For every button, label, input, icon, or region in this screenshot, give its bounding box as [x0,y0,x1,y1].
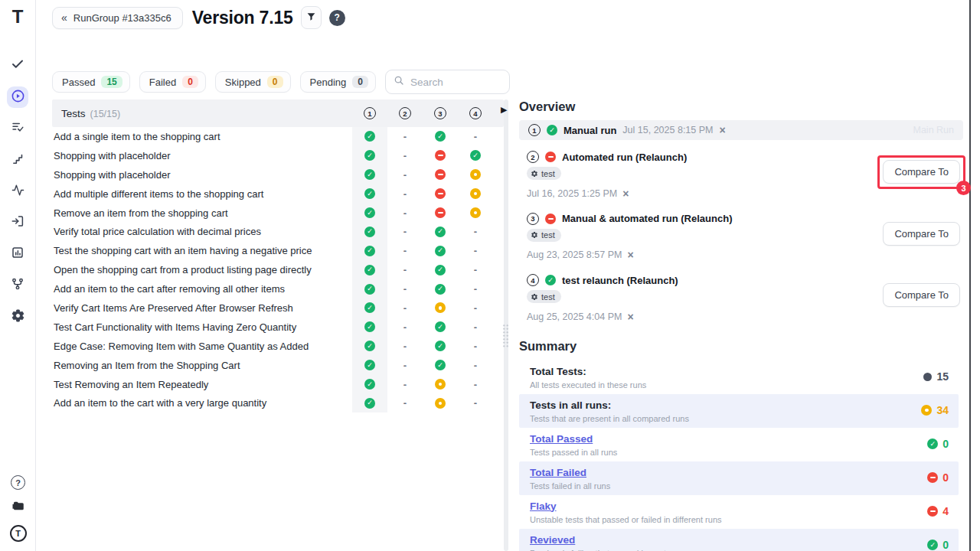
test-row[interactable]: Shopping with placeholder - [52,165,504,184]
remove-run-icon[interactable]: × [627,311,633,322]
filter-button[interactable] [301,6,322,29]
test-row[interactable]: Edge Case: Removing Item with Same Quant… [52,337,504,356]
no-result-dash: - [403,283,407,295]
no-result-dash: - [403,245,407,256]
sidebar-item-check[interactable] [7,55,28,77]
tests-panel: Tests (15/15) 1234 Add a single item to … [52,99,504,412]
funnel-icon [306,11,316,24]
run-item: 4 test relaunch (Relaunch) × test Aug 25… [519,274,963,322]
run-tag: test [527,290,561,303]
run-column-header[interactable]: 2 [387,107,423,119]
scrollbar-edge[interactable] [969,0,971,551]
summary-link[interactable]: Flaky [530,500,557,512]
test-row[interactable]: Verify total price calculation with deci… [52,222,504,241]
remove-run-icon[interactable]: × [719,125,725,135]
compare-to-button[interactable]: Compare To [883,283,960,307]
status-passed-icon [435,360,446,370]
no-result-dash: - [403,397,407,409]
status-failed-icon [435,188,446,199]
test-row[interactable]: Test Removing an Item Repeatedly - - [52,375,504,394]
analytics-icon [11,246,24,262]
test-row[interactable]: Verify Cart Items Are Preserved After Br… [52,298,504,318]
run-column-header[interactable]: 3 [423,107,458,119]
test-row[interactable]: Add a single item to the shopping cart -… [52,127,504,146]
app-logo[interactable]: T [12,8,24,26]
status-cell [352,375,387,394]
folder-icon[interactable] [11,499,25,516]
divider-grip-handle[interactable] [502,324,509,348]
test-row[interactable]: Add multiple different items to the shop… [52,184,504,204]
help-button[interactable]: ? [329,10,345,26]
sidebar-item-pulse[interactable] [7,181,28,202]
no-result-dash: - [403,188,407,200]
summary-link[interactable]: Total Passed [530,433,593,445]
sidebar-item-test-list[interactable] [7,118,28,139]
help-circle-icon[interactable]: ? [11,475,25,490]
summary-value-number: 0 [942,539,949,551]
run-column-header[interactable]: 4 [458,107,493,119]
test-name: Add a single item to the shopping cart [52,131,352,142]
test-row[interactable]: Open the shopping cart from a product li… [52,260,504,279]
status-cell [423,298,458,318]
summary-link[interactable]: Revieved [530,534,575,546]
filter-pill-passed[interactable]: Passed 15 [52,71,130,93]
no-result-dash: - [474,341,477,352]
test-name: Add an item to the cart after removing a… [52,283,352,295]
status-cell [352,146,387,165]
no-result-dash: - [403,379,407,390]
sidebar-item-branches[interactable] [7,275,28,296]
run-column-header[interactable]: 1 [352,107,387,119]
test-row[interactable]: Test Cart Functionality with Items Havin… [52,318,504,337]
status-cell [352,260,387,279]
search-icon [394,75,404,89]
sidebar-item-import[interactable] [7,212,28,233]
steps-icon [11,152,24,168]
status-passed-icon [364,131,375,142]
compare-to-button[interactable]: Compare To [883,160,960,184]
status-passed-icon [364,207,375,218]
status-cell [423,375,458,394]
run-date: Aug 25, 2025 4:04 PM [527,311,622,322]
search-input[interactable] [410,77,502,88]
compare-wrap: Compare To [883,222,960,246]
test-name: Test the shopping cart with an item havi… [52,245,352,256]
filter-pill-pending[interactable]: Pending 0 [300,71,376,93]
run-tag-label: test [541,230,555,240]
status-cell: - [387,241,423,260]
sidebar-item-analytics[interactable] [7,243,28,265]
run-status-passed-icon [547,125,557,135]
no-result-dash: - [474,321,477,333]
status-passed-icon [435,131,446,142]
run-item: 2 Automated run (Relaunch) × test Jul 16… [519,151,963,199]
test-row[interactable]: Shopping with placeholder - [52,146,504,165]
compare-to-button[interactable]: Compare To [883,222,960,246]
remove-run-icon[interactable]: × [622,188,629,199]
filter-pill-skipped[interactable]: Skipped 0 [215,71,291,93]
no-result-dash: - [403,321,407,333]
summary-link[interactable]: Total Failed [530,467,586,478]
sidebar-item-settings[interactable] [7,306,28,328]
summary-value: 34 [921,404,949,416]
filter-pill-failed[interactable]: Failed 0 [139,71,206,93]
test-row[interactable]: Removing an Item from the Shopping Cart … [52,356,504,375]
test-row[interactable]: Add an item to the cart after removing a… [52,279,504,298]
sidebar-item-steps[interactable] [7,149,28,171]
remove-run-icon[interactable]: × [627,249,633,260]
sidebar-item-runs[interactable] [7,86,28,108]
summary-skipped-icon [921,405,932,416]
run-name: Manual & automated run (Relaunch) [562,213,732,224]
run-tag: test [527,229,561,242]
no-result-dash: - [403,302,407,314]
run-name: Manual run [564,125,616,136]
test-row[interactable]: Remove an item from the shopping cart - [52,204,504,223]
test-row[interactable]: Add an item to the cart with a very larg… [52,393,504,412]
summary-failed-icon [927,506,938,517]
status-cell [352,165,387,184]
rungroup-back-button[interactable]: « RunGroup #13a335c6 [52,7,183,29]
logo-circle-icon[interactable]: T [10,525,27,542]
collapse-panel-icon[interactable]: ▶ [501,106,507,114]
sidebar-nav [7,55,28,328]
test-row[interactable]: Test the shopping cart with an item havi… [52,241,504,260]
summary-desc: All tests executed in these runs [530,380,646,390]
status-cell [423,241,458,260]
